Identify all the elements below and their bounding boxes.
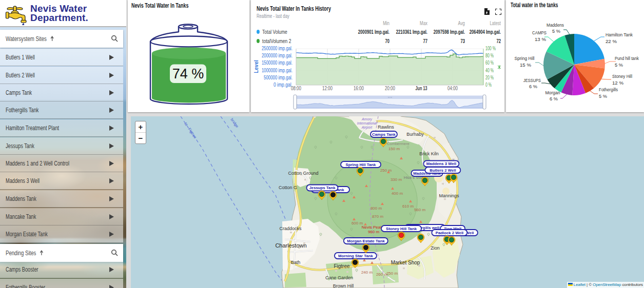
svg-text:Cotton Ground: Cotton Ground — [288, 171, 318, 176]
svg-text:Brown Hill: Brown Hill — [333, 283, 354, 288]
svg-text:12:00: 12:00 — [322, 86, 333, 91]
svg-text:Fothergills: Fothergills — [599, 87, 618, 92]
svg-text:250 m: 250 m — [386, 271, 398, 276]
svg-text:610 m: 610 m — [402, 204, 414, 209]
svg-text:74 %: 74 % — [172, 66, 204, 81]
svg-text:Spring Hill Tank: Spring Hill Tank — [346, 162, 376, 167]
svg-text:Cane Garden: Cane Garden — [325, 275, 353, 280]
svg-text:Cotton G: Cotton G — [279, 185, 297, 190]
svg-text:15 %: 15 % — [520, 62, 532, 68]
svg-text:Combermere: Combermere — [387, 141, 409, 146]
svg-text:100 %: 100 % — [485, 46, 496, 51]
svg-text:Morning Star Tank: Morning Star Tank — [338, 254, 374, 258]
svg-text:JESSUPS: JESSUPS — [523, 77, 541, 83]
svg-text:0 imp.gal.: 0 imp.gal. — [274, 82, 292, 88]
svg-text:2000000 imp.gal.: 2000000 imp.gal. — [262, 53, 292, 58]
svg-text:6 %: 6 % — [550, 96, 558, 101]
svg-text:Amory: Amory — [361, 117, 373, 121]
svg-text:20 %: 20 % — [485, 75, 494, 80]
svg-text:2500000 imp.gal.: 2500000 imp.gal. — [262, 46, 292, 51]
svg-text:Stoney Hill: Stoney Hill — [612, 73, 632, 79]
svg-text:150 m: 150 m — [388, 147, 400, 151]
svg-text:1500000 imp.gal.: 1500000 imp.gal. — [262, 60, 292, 66]
svg-text:0 %: 0 % — [485, 82, 492, 88]
svg-text:Burnaby: Burnaby — [406, 132, 424, 137]
svg-text:13 %: 13 % — [535, 36, 547, 42]
svg-text:Level: Level — [253, 60, 259, 73]
svg-text:12 %: 12 % — [612, 80, 624, 86]
svg-text:Craddocks: Craddocks — [279, 226, 302, 231]
svg-text:870 m: 870 m — [372, 214, 384, 219]
svg-text:400 m: 400 m — [392, 191, 403, 196]
svg-text:5 %: 5 % — [615, 62, 623, 68]
svg-text:Maddens: Maddens — [547, 22, 564, 28]
svg-text:Airport: Airport — [361, 126, 373, 130]
svg-text:Charlestown: Charlestown — [275, 242, 306, 249]
svg-text:Mannings: Mannings — [439, 193, 459, 198]
svg-text:Figtree: Figtree — [334, 263, 350, 269]
svg-text:Pund hill tank: Pund hill tank — [615, 55, 639, 61]
svg-text:Nevis Peak: Nevis Peak — [362, 225, 383, 230]
svg-text:80 %: 80 % — [485, 53, 494, 58]
svg-text:5 %: 5 % — [599, 93, 608, 99]
svg-text:Rawlins: Rawlins — [378, 125, 394, 130]
svg-text:Morgan Estate Tank: Morgan Estate Tank — [347, 239, 385, 243]
svg-text:Jun 13: Jun 13 — [416, 86, 427, 91]
svg-text:Bath: Bath — [291, 260, 301, 265]
svg-text:Market Shop: Market Shop — [391, 260, 420, 265]
svg-text:Jessups Tank: Jessups Tank — [309, 186, 336, 190]
svg-text:20:00: 20:00 — [385, 86, 395, 91]
svg-text:5 %: 5 % — [552, 28, 561, 34]
svg-text:Padlock 2 Well: Padlock 2 Well — [436, 231, 463, 235]
svg-text:40 %: 40 % — [485, 68, 494, 73]
svg-text:800 m: 800 m — [370, 206, 382, 211]
svg-text:04:00: 04:00 — [447, 86, 458, 91]
svg-text:240 m: 240 m — [361, 270, 373, 275]
svg-text:Zion: Zion — [431, 245, 440, 251]
svg-text:Maddens 3 Well: Maddens 3 Well — [426, 161, 456, 166]
svg-text:Brick Kiln: Brick Kiln — [419, 151, 439, 156]
svg-text:16:00: 16:00 — [354, 86, 364, 91]
svg-text:Camps Tank: Camps Tank — [372, 132, 396, 137]
svg-text:250 m: 250 m — [380, 168, 392, 173]
svg-text:500000 imp.gal.: 500000 imp.gal. — [264, 75, 292, 80]
svg-text:960 m: 960 m — [368, 230, 380, 234]
svg-text:CAMPS: CAMPS — [532, 30, 547, 35]
svg-text:Stoney Hill Tank: Stoney Hill Tank — [386, 227, 417, 231]
svg-text:Hamilton Tank: Hamilton Tank — [606, 32, 633, 37]
svg-text:560 m: 560 m — [414, 208, 426, 212]
svg-text:Morgan: Morgan — [545, 90, 560, 95]
svg-text:6 %: 6 % — [529, 84, 538, 89]
svg-text:1000000 imp.gal.: 1000000 imp.gal. — [262, 68, 292, 73]
svg-text:Butlers 2 Well: Butlers 2 Well — [430, 168, 456, 173]
svg-text:08:00: 08:00 — [291, 86, 301, 91]
svg-text:Spring Hill: Spring Hill — [515, 55, 535, 61]
svg-text:International: International — [357, 121, 377, 125]
svg-text:330 m: 330 m — [391, 177, 402, 182]
svg-text:22 %: 22 % — [606, 38, 617, 44]
svg-text:60 %: 60 % — [485, 60, 494, 66]
